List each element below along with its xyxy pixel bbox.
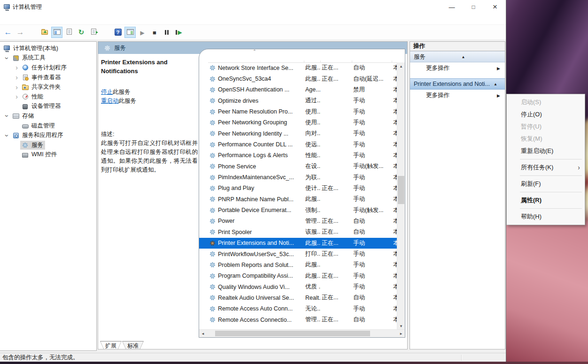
- service-row[interactable]: Peer Networking Grouping 使用... 手动 本: [199, 117, 397, 128]
- context-menu-item[interactable]: 启动(S): [507, 96, 585, 108]
- tree-item[interactable]: 磁盘管理: [0, 121, 96, 131]
- service-row[interactable]: Realtek Audio Universal Se... Realt... 正…: [199, 292, 397, 303]
- service-description: 为联...: [304, 174, 321, 182]
- toolbar-button[interactable]: [27, 27, 38, 38]
- tree-item[interactable]: 设备管理器: [0, 102, 96, 112]
- scroll-right-icon[interactable]: ▸: [397, 331, 405, 336]
- context-menu-item[interactable]: 帮助(H): [507, 211, 585, 223]
- service-row[interactable]: Remote Access Connectio... 管理... 正在... 自…: [199, 314, 397, 325]
- toolbar-button[interactable]: →: [15, 27, 26, 38]
- toolbar-button[interactable]: ↻: [76, 27, 87, 38]
- toolbar-button[interactable]: [161, 27, 172, 38]
- service-row[interactable]: PrintWorkflowUserSvc_53c... 打印... 正在... …: [199, 249, 397, 259]
- context-menu-item[interactable]: 所有任务(K) ›: [507, 161, 585, 174]
- tree-item[interactable]: WMI 控件: [0, 150, 96, 160]
- horizontal-scrollbar[interactable]: ◂ ▸: [199, 329, 405, 337]
- maximize-button[interactable]: □: [463, 0, 484, 14]
- service-row[interactable]: Print Spooler 该服... 正在... 自动 本: [199, 227, 397, 237]
- toolbar-button[interactable]: [124, 27, 136, 38]
- service-row[interactable]: Peer Networking Identity ... 向对... 手动 本: [199, 128, 397, 139]
- service-row[interactable]: Remote Access Auto Conn... 无论... 手动 本: [199, 303, 397, 314]
- view-tab[interactable]: 标准: [122, 341, 144, 349]
- actions-entry[interactable]: Printer Extensions and Noti... ▲: [410, 78, 505, 90]
- close-button[interactable]: ×: [484, 0, 506, 14]
- scroll-left-icon[interactable]: ◂: [199, 331, 207, 336]
- tree-item[interactable]: 任务计划程序: [0, 63, 96, 73]
- toolbar-button[interactable]: ?: [112, 27, 124, 38]
- toolbar-button[interactable]: [63, 27, 75, 38]
- actions-entry[interactable]: 服务 ▲: [410, 51, 505, 62]
- service-row[interactable]: OneSyncSvc_53ca4 此服... 正在... 自动(延迟... 本: [199, 73, 397, 84]
- service-row[interactable]: Network Store Interface Se... 此服... 正在..…: [199, 62, 397, 73]
- minimize-button[interactable]: —: [441, 0, 463, 14]
- service-description: 性能...: [304, 152, 321, 159]
- restart-service-link[interactable]: 重启动: [101, 98, 119, 104]
- chevron-icon[interactable]: [4, 54, 11, 62]
- tree-item[interactable]: 服务: [0, 140, 96, 150]
- actions-entry[interactable]: 更多操作 ▶: [410, 62, 505, 74]
- actions-entry[interactable]: 更多操作 ▶: [410, 90, 505, 101]
- service-row[interactable]: PNRP Machine Name Publ... 此服... 手动 本: [199, 194, 397, 205]
- context-menu-item[interactable]: [520, 175, 582, 176]
- scroll-down-icon[interactable]: ▾: [397, 322, 405, 329]
- toolbar-button[interactable]: ▶: [173, 27, 185, 38]
- tree-item[interactable]: 存储: [0, 111, 96, 121]
- chevron-icon[interactable]: [4, 112, 11, 120]
- service-row[interactable]: Performance Counter DLL ... 使远... 手动 本: [199, 139, 397, 150]
- toolbar-button[interactable]: [39, 27, 50, 38]
- collapse-icon[interactable]: ▲: [494, 82, 497, 86]
- chevron-icon[interactable]: [4, 132, 11, 139]
- tree-item[interactable]: 服务和应用程序: [0, 130, 96, 140]
- sort-ascending-icon[interactable]: ˆ: [254, 49, 255, 56]
- tree-item[interactable]: 系统工具: [0, 53, 96, 63]
- tree-item[interactable]: 计算机管理(本地): [0, 44, 96, 53]
- collapse-icon[interactable]: ▲: [462, 55, 465, 59]
- service-logon-as: 本: [392, 162, 397, 170]
- toolbar-button[interactable]: [88, 27, 99, 38]
- chevron-icon[interactable]: [13, 64, 20, 71]
- service-row[interactable]: Problem Reports and Solut... 此服... 手动 本: [199, 259, 397, 270]
- context-menu-item[interactable]: [520, 208, 582, 209]
- service-row[interactable]: Performance Logs & Alerts 性能... 手动 本: [199, 150, 397, 161]
- chevron-icon[interactable]: [13, 93, 20, 100]
- toolbar-button[interactable]: [51, 27, 62, 38]
- service-row[interactable]: Peer Name Resolution Pro... 使用... 手动 本: [199, 106, 397, 117]
- wallpaper-pink-area: [506, 220, 588, 364]
- service-row[interactable]: Phone Service 在设... 手动(触发... 本: [199, 161, 397, 172]
- context-menu-item[interactable]: 停止(O): [507, 108, 585, 121]
- context-menu-item[interactable]: 恢复(M): [507, 133, 585, 145]
- service-row[interactable]: Portable Device Enumerat... 强制... 手动(触发.…: [199, 205, 397, 215]
- service-row[interactable]: Optimize drives 通过... 手动 本: [199, 95, 397, 106]
- service-row[interactable]: Plug and Play 使计... 正在... 手动 本: [199, 183, 397, 194]
- service-row[interactable]: Program Compatibility Assi... 此服... 正在..…: [199, 271, 397, 281]
- toolbar-button[interactable]: ■: [149, 27, 160, 38]
- vertical-scroll-thumb[interactable]: [398, 176, 404, 204]
- view-tab[interactable]: 扩展: [100, 341, 122, 349]
- context-menu-item[interactable]: [520, 159, 582, 159]
- chevron-icon[interactable]: [13, 74, 20, 81]
- tree-item[interactable]: 性能: [0, 92, 96, 102]
- tree-item[interactable]: 事件查看器: [0, 73, 96, 83]
- context-menu-item[interactable]: [520, 192, 582, 192]
- service-row[interactable]: Quality Windows Audio Vi... 优质 ... 手动 本: [199, 281, 397, 292]
- service-row[interactable]: Printer Extensions and Noti... 此服... 正在.…: [199, 238, 397, 249]
- toolbar-button[interactable]: [100, 27, 111, 38]
- context-menu-item[interactable]: 重新启动(E): [507, 145, 585, 157]
- chevron-icon[interactable]: [13, 83, 20, 91]
- tree-item[interactable]: 共享文件夹: [0, 82, 96, 92]
- vertical-scrollbar[interactable]: ▴ ▾: [397, 62, 405, 329]
- toolbar-button[interactable]: ←: [2, 27, 14, 38]
- context-menu-item[interactable]: 暂停(U): [507, 121, 585, 133]
- toolbar-button[interactable]: ▶: [137, 27, 148, 38]
- service-description: 优质 ...: [304, 283, 321, 291]
- service-row[interactable]: PimIndexMaintenanceSvc_... 为联... 手动 本: [199, 172, 397, 182]
- context-menu-item[interactable]: 属性(R): [507, 194, 585, 206]
- stop-service-link[interactable]: 停止: [101, 89, 113, 95]
- service-row[interactable]: OpenSSH Authentication ... Age... 禁用 本: [199, 84, 397, 95]
- service-gear-icon: [209, 273, 216, 279]
- view-tabs: 扩展 标准: [100, 341, 144, 349]
- scroll-up-icon[interactable]: ▴: [397, 62, 405, 69]
- service-row[interactable]: Power 管理... 正在... 自动 本: [199, 216, 397, 227]
- context-menu-item[interactable]: 刷新(F): [507, 178, 585, 190]
- horizontal-scroll-thumb[interactable]: [215, 331, 370, 336]
